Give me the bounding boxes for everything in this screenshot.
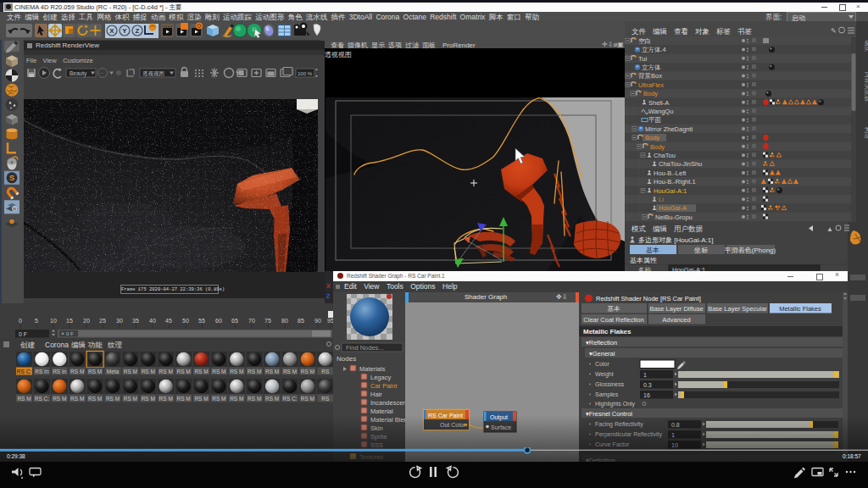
svg-text:Tui: Tui bbox=[638, 55, 647, 63]
svg-text:RS: RS bbox=[321, 369, 330, 374]
svg-text:Redshift Shader Node [RS Car P: Redshift Shader Node [RS Car Paint] bbox=[596, 295, 701, 302]
svg-text:16: 16 bbox=[643, 392, 650, 398]
svg-text:30: 30 bbox=[116, 318, 123, 324]
svg-text:RS M: RS M bbox=[88, 369, 102, 374]
svg-text:RS In: RS In bbox=[53, 369, 67, 374]
svg-text:背景Box: 背景Box bbox=[638, 72, 662, 80]
svg-text:75: 75 bbox=[264, 318, 271, 324]
svg-text:0 F: 0 F bbox=[66, 331, 74, 336]
svg-text:RS M: RS M bbox=[176, 396, 190, 402]
svg-text:RS M: RS M bbox=[70, 369, 84, 374]
svg-text:0 F: 0 F bbox=[19, 331, 27, 337]
svg-text:90: 90 bbox=[314, 318, 321, 324]
svg-text:Metallic Flakes: Metallic Flakes bbox=[779, 305, 821, 313]
svg-text:标签: 标签 bbox=[716, 27, 732, 36]
svg-text:编辑: 编辑 bbox=[653, 225, 667, 233]
svg-text:模式: 模式 bbox=[631, 225, 646, 233]
svg-text:RS M: RS M bbox=[248, 396, 261, 402]
svg-text:RS M: RS M bbox=[124, 396, 137, 402]
svg-text:X: X bbox=[109, 27, 114, 35]
svg-text:纹理: 纹理 bbox=[108, 341, 123, 349]
svg-text:基本: 基本 bbox=[646, 247, 659, 254]
svg-text:85: 85 bbox=[298, 318, 304, 324]
svg-text:RS M: RS M bbox=[176, 369, 190, 374]
svg-text:65: 65 bbox=[231, 318, 238, 324]
svg-text:对象: 对象 bbox=[695, 27, 710, 36]
svg-text:UltraFlex: UltraFlex bbox=[638, 81, 664, 89]
svg-text:1: 1 bbox=[643, 372, 647, 378]
svg-text:创建: 创建 bbox=[19, 341, 36, 349]
svg-text:RS: RS bbox=[321, 396, 330, 402]
svg-text:100 %: 100 % bbox=[298, 71, 313, 76]
svg-text:RS M: RS M bbox=[230, 369, 243, 374]
svg-text:▾Reflection: ▾Reflection bbox=[586, 339, 617, 347]
svg-text:NeiBu-Gropu: NeiBu-Gropu bbox=[655, 214, 693, 221]
svg-text:Hair: Hair bbox=[370, 391, 382, 398]
svg-text:编辑: 编辑 bbox=[71, 341, 86, 349]
svg-text:RS M: RS M bbox=[212, 396, 225, 402]
svg-text:RS M: RS M bbox=[53, 396, 66, 402]
svg-text:Legacy: Legacy bbox=[370, 374, 391, 381]
svg-text:坐标: 坐标 bbox=[693, 247, 708, 254]
svg-text:RS M: RS M bbox=[230, 396, 243, 402]
svg-text:20: 20 bbox=[83, 318, 90, 324]
svg-text:Mirror ZheDagnti: Mirror ZheDagnti bbox=[645, 125, 693, 133]
svg-text:RS In: RS In bbox=[35, 369, 49, 374]
svg-text:RS C:: RS C: bbox=[17, 369, 32, 374]
svg-text:基本属性: 基本属性 bbox=[630, 257, 657, 264]
svg-text:透视视图: 透视视图 bbox=[142, 70, 164, 77]
svg-text:55: 55 bbox=[198, 318, 205, 324]
svg-text:RS M: RS M bbox=[194, 369, 208, 374]
svg-text:RS M: RS M bbox=[106, 396, 120, 402]
svg-text:Hou-B.-Left: Hou-B.-Left bbox=[654, 169, 687, 177]
svg-text:立方体.4: 立方体.4 bbox=[642, 46, 666, 53]
svg-text:Body: Body bbox=[645, 134, 659, 141]
svg-text:0: 0 bbox=[19, 318, 22, 324]
svg-text:▾General: ▾General bbox=[589, 350, 615, 358]
svg-text:Body: Body bbox=[643, 90, 658, 97]
svg-text:Highlights Only: Highlights Only bbox=[595, 401, 636, 408]
svg-text:Glossiness: Glossiness bbox=[595, 381, 625, 387]
svg-text:RS M: RS M bbox=[194, 396, 208, 402]
svg-text:15: 15 bbox=[66, 318, 73, 324]
svg-text:WangQu: WangQu bbox=[648, 108, 673, 115]
svg-text:Metallic Flakes: Metallic Flakes bbox=[583, 328, 632, 336]
svg-text:Nodes: Nodes bbox=[337, 355, 356, 363]
svg-text:RS M: RS M bbox=[283, 369, 297, 374]
svg-text:Corona: Corona bbox=[45, 341, 69, 349]
svg-text:ChaTou-JinShu: ChaTou-JinShu bbox=[659, 160, 702, 168]
svg-text:Color: Color bbox=[595, 361, 609, 367]
svg-text:50: 50 bbox=[182, 318, 189, 324]
svg-text:RS M: RS M bbox=[142, 369, 155, 374]
svg-text:Material: Material bbox=[370, 408, 393, 415]
svg-text:书签: 书签 bbox=[737, 27, 753, 36]
svg-text:0.3: 0.3 bbox=[643, 382, 652, 388]
svg-text:查看: 查看 bbox=[674, 27, 689, 36]
svg-text:80: 80 bbox=[281, 318, 288, 324]
svg-text:0:29:38: 0:29:38 bbox=[7, 453, 25, 459]
svg-text:Z: Z bbox=[136, 27, 140, 35]
svg-text:70: 70 bbox=[248, 318, 255, 324]
svg-text:功能: 功能 bbox=[87, 341, 103, 349]
svg-text:RS M: RS M bbox=[88, 396, 102, 402]
svg-text:HouGai-A: HouGai-A bbox=[659, 204, 687, 212]
svg-text:RS M: RS M bbox=[265, 369, 279, 374]
svg-text:Hou-B.-Right.1: Hou-B.-Right.1 bbox=[654, 178, 696, 186]
svg-text:Advanced: Advanced bbox=[662, 316, 690, 324]
svg-text:RS M: RS M bbox=[212, 369, 225, 374]
svg-text:45: 45 bbox=[165, 318, 172, 324]
svg-text:0:18:57: 0:18:57 bbox=[843, 453, 861, 459]
svg-text:RS M: RS M bbox=[301, 396, 314, 402]
svg-text:Clear Coat Reflection: Clear Coat Reflection bbox=[583, 316, 643, 324]
svg-text:平滑着色(Phong): 平滑着色(Phong) bbox=[725, 247, 776, 254]
svg-text:Base Layer Diffuse: Base Layer Diffuse bbox=[649, 305, 703, 313]
svg-text:平面: 平面 bbox=[648, 116, 662, 124]
svg-text:文件: 文件 bbox=[632, 27, 647, 36]
svg-text:空白: 空白 bbox=[638, 37, 651, 45]
svg-text:Samples: Samples bbox=[595, 391, 619, 398]
svg-text:ChaTou: ChaTou bbox=[654, 152, 676, 159]
svg-text:RS M: RS M bbox=[17, 396, 31, 402]
svg-text:RS M: RS M bbox=[248, 369, 261, 374]
svg-text:RS C:: RS C: bbox=[282, 396, 298, 402]
svg-text:编辑: 编辑 bbox=[653, 27, 667, 36]
